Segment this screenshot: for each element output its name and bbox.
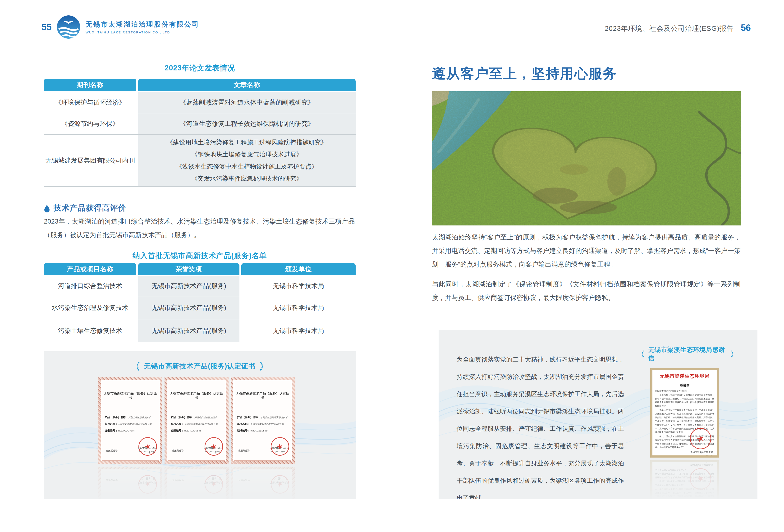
certificate-title: 无锡市高新技术产品（服务）认定证书 bbox=[236, 391, 290, 400]
journal-cell: 《资源节约与环保》 bbox=[44, 113, 136, 134]
company-names: 无锡市太湖湖泊治理股份有限公司 WUXI TAIHU LAKE RESTORAT… bbox=[86, 20, 199, 34]
product-label: 产品（服务）名称： bbox=[105, 416, 128, 419]
article-line: 《突发水污染事件应急处理技术的研究》 bbox=[192, 173, 303, 185]
table-row: 污染土壤生态修复技术 无锡市高新技术产品(服务) 无锡市科学技术局 bbox=[44, 319, 356, 342]
certificates-caption: 无锡市高新技术产品(服务)认定证书 bbox=[44, 361, 356, 371]
page-title: 遵从客户至上，坚持用心服务 bbox=[432, 64, 617, 83]
certificates-caption-text: 无锡市高新技术产品(服务)认定证书 bbox=[144, 362, 256, 371]
tech-eval-heading: 技术产品获得高评价 bbox=[44, 203, 126, 213]
certificates-row: 无锡市高新技术产品（服务）认定证书 产品（服务）名称：污染土壤生态修复技术 单位… bbox=[99, 377, 295, 464]
certificate-fields: 产品（服务）名称：水污染生态治理及修复技术 单位名称：无锡市太湖湖泊治理股份有限… bbox=[237, 416, 289, 436]
hightech-table-title: 纳入首批无锡市高新技术产品(服务)名单 bbox=[44, 251, 356, 261]
col-header-product: 产品或项目名称 bbox=[44, 263, 136, 275]
table-row: 无锡城建发展集团有限公司内刊 《建设用地土壤污染修复工程施工过程风险防控措施研究… bbox=[44, 134, 356, 187]
issuer-cell: 无锡市科学技术局 bbox=[241, 296, 356, 319]
letter-sign-date: 2023年12月 bbox=[655, 454, 713, 458]
no-label: 证书编号： bbox=[237, 429, 250, 432]
letter-org-title: 无锡市梁溪生态环境局 bbox=[655, 373, 714, 379]
certificate-0668: 无锡市高新技术产品（服务）认定证书 产品（服务）名称：河道排口综合整治技术 单位… bbox=[165, 377, 228, 464]
journal-cell: 无锡城建发展集团有限公司内刊 bbox=[44, 135, 136, 186]
company-name-cn: 无锡市太湖湖泊治理股份有限公司 bbox=[86, 20, 199, 29]
col-header-issuer: 颁发单位 bbox=[241, 263, 356, 275]
letter-title: 感谢信 bbox=[655, 383, 714, 387]
product-label: 产品（服务）名称： bbox=[237, 416, 260, 419]
product-value: 污染土壤生态修复技术 bbox=[128, 416, 151, 419]
org-label: 单位名称： bbox=[105, 422, 118, 425]
water-drop-icon bbox=[44, 204, 50, 213]
certificate-fields: 产品（服务）名称：污染土壤生态修复技术 单位名称：无锡市太湖湖泊治理股份有限公司… bbox=[105, 416, 157, 436]
company-name-en: WUXI TAIHU LAKE RESTORATION CO., LTD bbox=[86, 31, 199, 34]
header-right: 2023年环境、社会及公司治理(ESG)报告 56 bbox=[605, 23, 751, 33]
secondment-paragraph: 为全面贯彻落实党的二十大精神，践行习近平生态文明思想，持续深入打好污染防治攻坚战… bbox=[456, 351, 624, 499]
heart-wetland-photo bbox=[432, 91, 741, 225]
no-value: WX2022G0667 bbox=[118, 429, 135, 432]
award-cell: 无锡市高新技术产品(服务) bbox=[138, 296, 240, 319]
article-cell: 《蓝藻削减装置对河道水体中蓝藻的削减研究》 bbox=[138, 92, 356, 113]
tech-eval-heading-text: 技术产品获得高评价 bbox=[54, 203, 126, 213]
product-value: 河道排口综合整治技术 bbox=[194, 416, 217, 419]
certificate-title: 无锡市高新技术产品（服务）认定证书 bbox=[169, 391, 224, 400]
product-label: 产品（服务）名称： bbox=[171, 416, 194, 419]
letter-salutation: 无锡市太湖湖泊治理股份有限公司： bbox=[655, 389, 714, 393]
service-paragraph-2: 与此同时，太湖湖泊制定了《保密管理制度》《文件材料归档范围和档案保管期限管理规定… bbox=[432, 277, 740, 304]
product-cell: 污染土壤生态修复技术 bbox=[44, 319, 136, 342]
validity-note: 有效期伍年 bbox=[172, 449, 184, 452]
certificate-0667: 无锡市高新技术产品（服务）认定证书 产品（服务）名称：污染土壤生态修复技术 单位… bbox=[99, 377, 162, 464]
issuer-cell: 无锡市科学技术局 bbox=[241, 319, 356, 342]
papers-table-title: 2023年论文发表情况 bbox=[44, 63, 356, 73]
tech-eval-paragraph: 2023年，太湖湖泊的河道排口综合整治技术、水污染生态治理及修复技术、污染土壤生… bbox=[44, 215, 355, 242]
certificate-title: 无锡市高新技术产品（服务）认定证书 bbox=[103, 391, 158, 400]
letter-caption: 无锡市梁溪生态环境局感谢信 bbox=[640, 346, 735, 362]
certificate-fields: 产品（服务）名称：河道排口综合整治技术 单位名称：无锡市太湖湖泊治理股份有限公司… bbox=[171, 416, 223, 436]
table-row: 《环境保护与循环经济》 《蓝藻削减装置对河道水体中蓝藻的削减研究》 bbox=[44, 92, 356, 113]
secondment-panel: 为全面贯彻落实党的二十大精神，践行习近平生态文明思想，持续深入打好污染防治攻坚战… bbox=[439, 330, 757, 499]
right-page-number: 56 bbox=[741, 23, 751, 33]
certificates-panel: 无锡市高新技术产品(服务)认定证书 无锡市高新技术产品（服务）认定证书 产品（服… bbox=[44, 351, 356, 499]
certificate-0669: 无锡市高新技术产品（服务）认定证书 产品（服务）名称：水污染生态治理及修复技术 … bbox=[231, 377, 295, 464]
col-header-article: 文章名称 bbox=[138, 79, 356, 91]
table-row: 河道排口综合整治技术 无锡市高新技术产品(服务) 无锡市科学技术局 bbox=[44, 276, 356, 296]
col-header-award: 荣誉奖项 bbox=[138, 263, 240, 275]
left-page-number: 55 bbox=[41, 22, 51, 32]
service-paragraph-1: 太湖湖泊始终坚持“客户至上”的原则，积极为客户权益保驾护航，持续为客户提供高品质… bbox=[432, 230, 740, 271]
org-value: 无锡市太湖湖泊治理股份有限公司 bbox=[118, 423, 152, 425]
laurel-right-icon bbox=[259, 361, 265, 371]
org-label: 单位名称： bbox=[237, 422, 250, 425]
letter-paragraph: 今年以来，无锡市梁溪区全面贯彻落实党的二十大精神，践行习近平生态文明思想，持续深… bbox=[655, 393, 714, 408]
esg-report-spread: 55 无锡市太湖湖泊治理股份有限公司 WUXI TAIHU LAKE RESTO… bbox=[0, 0, 784, 532]
table-row: 水污染生态治理及修复技术 无锡市高新技术产品(服务) 无锡市科学技术局 bbox=[44, 296, 356, 319]
article-cell: 《建设用地土壤污染修复工程施工过程风险防控措施研究》 《钢铁地块土壤修复废气治理… bbox=[138, 135, 356, 186]
article-line: 《钢铁地块土壤修复废气治理技术进展》 bbox=[192, 148, 303, 161]
article-line: 《建设用地土壤污染修复工程施工过程风险防控措施研究》 bbox=[167, 136, 327, 148]
papers-table: 期刊名称 文章名称 《环境保护与循环经济》 《蓝藻削减装置对河道水体中蓝藻的削减… bbox=[44, 79, 356, 187]
table-row: 《资源节约与环保》 《河道生态修复工程长效运维保障机制的研究》 bbox=[44, 113, 356, 134]
product-cell: 水污染生态治理及修复技术 bbox=[44, 296, 136, 319]
no-label: 证书编号： bbox=[105, 429, 118, 432]
col-header-journal: 期刊名称 bbox=[44, 79, 136, 91]
papers-table-header-row: 期刊名称 文章名称 bbox=[44, 79, 356, 91]
laurel-right-icon bbox=[730, 350, 735, 358]
hightech-table: 产品或项目名称 荣誉奖项 颁发单位 河道排口综合整治技术 无锡市高新技术产品(服… bbox=[44, 263, 356, 342]
company-logo-icon bbox=[56, 15, 81, 39]
article-cell: 《河道生态修复工程长效运维保障机制的研究》 bbox=[138, 113, 356, 134]
no-label: 证书编号： bbox=[171, 429, 184, 432]
article-line: 《浅谈水生态修复中水生植物设计施工及养护要点》 bbox=[176, 161, 318, 173]
validity-note: 有效期伍年 bbox=[106, 449, 118, 452]
award-cell: 无锡市高新技术产品(服务) bbox=[138, 319, 240, 342]
hightech-table-header-row: 产品或项目名称 荣誉奖项 颁发单位 bbox=[44, 263, 356, 275]
letter-sign-org: 无锡市梁溪生态环境局 bbox=[655, 450, 713, 454]
validity-note: 有效期伍年 bbox=[238, 449, 250, 452]
thank-you-letter: 无锡市梁溪生态环境局 感谢信 无锡市太湖湖泊治理股份有限公司： 今年以来，无锡市… bbox=[650, 368, 719, 457]
laurel-left-icon bbox=[134, 361, 141, 371]
journal-cell: 《环境保护与循环经济》 bbox=[44, 92, 136, 113]
award-cell: 无锡市高新技术产品(服务) bbox=[138, 276, 240, 296]
letter-signature: 无锡市梁溪生态环境局 2023年12月 bbox=[655, 450, 714, 458]
org-label: 单位名称： bbox=[171, 422, 184, 425]
org-value: 无锡市太湖湖泊治理股份有限公司 bbox=[250, 423, 284, 425]
no-value: WX2022G0668 bbox=[184, 429, 201, 432]
issuer-cell: 无锡市科学技术局 bbox=[241, 276, 356, 296]
org-value: 无锡市太湖湖泊治理股份有限公司 bbox=[184, 423, 218, 425]
header-left: 55 无锡市太湖湖泊治理股份有限公司 WUXI TAIHU LAKE RESTO… bbox=[41, 15, 199, 39]
laurel-left-icon bbox=[640, 350, 645, 358]
letter-divider bbox=[656, 381, 713, 381]
